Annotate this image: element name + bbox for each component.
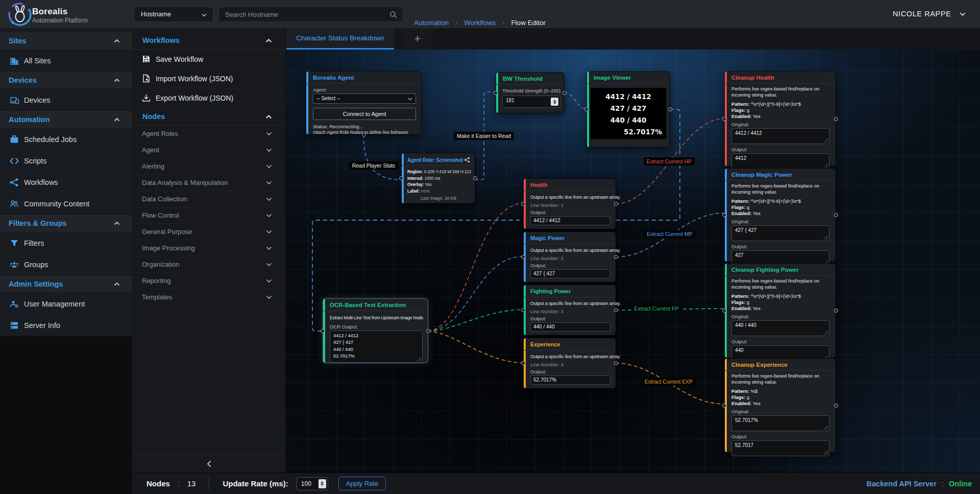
sidebar-item-filters[interactable]: Filters [0,232,132,254]
export-workflow-button[interactable]: Export Workflow (JSON) [132,88,285,108]
node-category-general-purpose[interactable]: General Purpose [132,224,285,240]
node-handle[interactable] [834,117,838,121]
breadcrumb-workflows[interactable]: Workflows [464,19,496,27]
agent-select[interactable]: -- Select -- [313,93,416,104]
node-handle[interactable] [722,117,726,121]
node-handle[interactable] [521,308,525,312]
node-handle[interactable] [521,361,525,365]
node-handle[interactable] [584,107,589,111]
node-handle[interactable] [521,202,525,206]
apply-rate-button[interactable]: Apply Rate [338,477,386,490]
node-cleanup-fighting-power[interactable]: Cleanup Fighting Power Performs live reg… [725,264,836,358]
sidebar-item-user-management[interactable]: User Management [0,293,132,315]
node-category-data-collection[interactable]: Data Collection [132,191,285,207]
number-spinner[interactable] [551,98,558,106]
flow-canvas[interactable]: Read Player Stats Make it Easier to Read… [286,50,980,473]
import-workflow-button[interactable]: Import Workflow (JSON) [132,69,285,88]
original-textarea[interactable]: 427 { 427 [731,225,829,241]
node-magic-power[interactable]: Magic Power Output a specific line from … [524,232,616,282]
node-handle[interactable] [834,309,838,313]
node-category-agent[interactable]: Agent [132,142,285,158]
sidebar-section-automation[interactable]: Automation [0,111,132,129]
node-handle[interactable] [521,255,525,259]
save-workflow-button[interactable]: Save Workflow [132,50,285,69]
number-spinner[interactable] [318,479,326,488]
tab-character-status-breakdown[interactable]: Character Status Breakdown [286,28,394,50]
search-input[interactable] [219,7,382,21]
sidebar-item-scheduled-jobs[interactable]: Scheduled Jobs [0,129,132,150]
user-menu[interactable]: NICOLE RAPPE [893,10,966,18]
node-handle[interactable] [362,133,366,137]
threshold-input[interactable]: 181 [502,96,560,108]
ocr-output-textarea[interactable]: 4412 / 4412 427 { 427 440 / 440 52.7017% [330,331,423,363]
node-handle[interactable] [834,213,838,217]
line-output[interactable]: 4412 / 4412 [530,216,610,225]
sidebar-section-admin-settings[interactable]: Admin Settings [0,275,132,293]
sidebar-section-devices[interactable]: Devices [0,72,132,89]
sidebar-item-scripts[interactable]: Scripts [0,150,132,172]
node-category-templates[interactable]: Templates [132,289,285,305]
hostname-dropdown[interactable]: Hostname [134,7,213,22]
node-category-image-processing[interactable]: Image Processing [132,240,285,256]
share-icon[interactable] [464,157,470,163]
briefcase-icon [9,134,19,145]
connect-to-agent-button[interactable]: Connect to Agent [313,108,416,120]
sidebar-item-community-content[interactable]: Community Content [0,193,132,215]
original-textarea[interactable]: 52.7017% [731,415,829,431]
node-agent-role-screenshot[interactable]: Agent Role: Screenshot Region: X:200 Y:4… [402,153,475,203]
panel-section-workflows[interactable]: Workflows [132,32,285,50]
sidebar-item-groups[interactable]: Groups [0,254,132,275]
node-cleanup-experience[interactable]: Cleanup Experience Performs live regex-b… [725,359,836,452]
line-output[interactable]: 427 { 427 [530,269,610,278]
node-category-organization[interactable]: Organization [132,256,285,273]
node-handle[interactable] [614,308,618,312]
line-output[interactable]: 440 / 440 [530,322,610,332]
update-rate-input[interactable]: 100 [297,477,328,490]
node-handle[interactable] [562,91,567,95]
node-handle[interactable] [426,329,430,333]
node-ocr-text-extraction[interactable]: OCR-Based Text Extraction Extract Multi-… [323,299,428,363]
node-handle[interactable] [614,202,618,206]
panel-collapse[interactable] [132,454,285,473]
node-category-alerting[interactable]: Alerting [132,158,285,175]
node-handle[interactable] [668,107,672,111]
sidebar-item-all-sites[interactable]: All Sites [0,50,132,72]
node-image-viewer[interactable]: Image Viewer 4412 / 4412 427 / 427 440 /… [587,72,670,147]
export-icon [142,93,151,102]
node-handle[interactable] [834,404,838,408]
node-category-data-analysis[interactable]: Data Analysis & Manipulation [132,175,285,191]
node-handle[interactable] [473,176,477,180]
node-handle[interactable] [722,309,726,313]
node-cleanup-magic-power[interactable]: Cleanup Magic Power Performs live regex-… [725,169,836,262]
node-handle[interactable] [722,404,726,408]
node-borealis-agent[interactable]: Borealis Agent Agent: -- Select -- Conne… [306,72,421,134]
node-experience[interactable]: Experience Output a specific line from a… [524,338,616,388]
node-handle[interactable] [614,361,618,365]
node-handle[interactable] [399,176,403,180]
original-textarea[interactable]: 440 / 440 [731,320,829,336]
node-handle[interactable] [494,91,498,95]
node-category-flow-control[interactable]: Flow Control [132,207,285,224]
output-textarea[interactable]: 52.7017 [731,440,829,456]
node-title: Cleanup Health [725,72,836,84]
node-handle[interactable] [321,329,325,333]
add-tab-button[interactable]: + [403,28,432,50]
sidebar-section-filters-groups[interactable]: Filters & Groups [0,215,132,232]
panel-section-nodes[interactable]: Nodes [132,108,285,126]
original-textarea[interactable]: 4412 / 4412 [731,128,829,144]
sidebar-item-server-info[interactable]: Server Info [0,315,132,336]
node-handle[interactable] [722,213,726,217]
sidebar-item-devices[interactable]: Devices [0,89,132,111]
node-category-agent-roles[interactable]: Agent Roles [132,126,285,142]
node-fighting-power[interactable]: Fighting Power Output a specific line fr… [524,285,616,335]
output-textarea[interactable]: 4412 [731,153,829,169]
sidebar-section-sites[interactable]: Sites [0,32,132,50]
node-cleanup-health[interactable]: Cleanup Health Performs live regex-based… [725,72,836,166]
sidebar-item-workflows[interactable]: Workflows [0,172,132,193]
node-category-reporting[interactable]: Reporting [132,273,285,289]
node-bw-threshold[interactable]: BW Threshold Threshold Strength (0–255):… [496,73,564,113]
line-output[interactable]: 52.7017% [530,375,610,385]
node-health[interactable]: Health Output a specific line from an up… [524,179,616,229]
node-handle[interactable] [614,255,618,259]
breadcrumb-automation[interactable]: Automation [414,19,449,27]
